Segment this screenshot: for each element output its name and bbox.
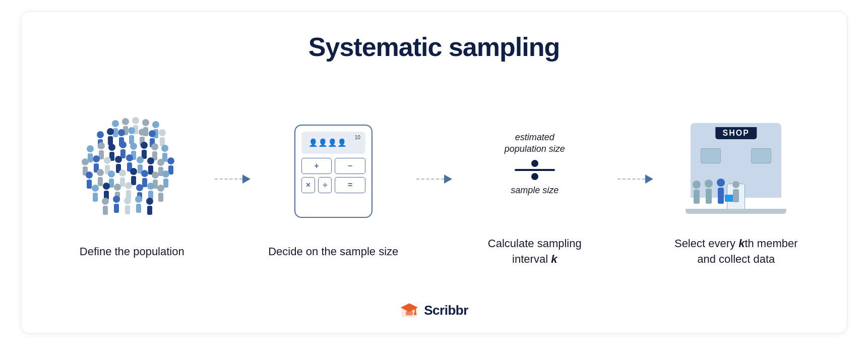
svg-point-4: [132, 117, 139, 124]
calc-btn-div: ÷: [318, 177, 332, 193]
svg-point-66: [130, 168, 137, 175]
svg-point-48: [126, 154, 133, 161]
calc-btn-minus: −: [335, 158, 365, 174]
svg-point-76: [103, 183, 110, 190]
step-select-icon: SHOP: [686, 103, 786, 224]
svg-point-56: [167, 157, 174, 164]
svg-rect-95: [136, 204, 141, 213]
svg-point-20: [149, 130, 156, 137]
svg-point-94: [135, 196, 142, 203]
svg-point-110: [414, 312, 416, 315]
svg-point-54: [157, 159, 164, 166]
arrowhead-1: [242, 175, 251, 184]
svg-rect-69: [142, 178, 147, 187]
svg-point-14: [118, 129, 125, 136]
svg-rect-99: [694, 190, 700, 204]
svg-point-78: [114, 184, 121, 191]
calc-display: 👤👤👤👤 10: [301, 132, 365, 154]
svg-point-96: [146, 198, 153, 205]
scribbr-brand-label: Scribbr: [424, 303, 468, 318]
step-sample-size: 👤👤👤👤 10 + − × ÷ =: [253, 111, 414, 260]
step-sample-size-label: Decide on the sample size: [268, 244, 398, 260]
svg-point-84: [147, 183, 154, 190]
svg-rect-103: [718, 188, 724, 204]
step-select: SHOP: [656, 103, 817, 267]
step-interval-label: Calculate sampling interval k: [469, 236, 600, 267]
svg-rect-87: [158, 193, 163, 202]
svg-point-28: [108, 144, 115, 151]
svg-point-100: [705, 180, 713, 188]
svg-rect-104: [725, 195, 734, 202]
shop-window-right: [751, 148, 771, 163]
svg-point-50: [137, 156, 144, 163]
step-interval-icon: estimatedpopulation size sample size: [505, 103, 565, 224]
shop-scene: SHOP: [686, 113, 786, 214]
svg-point-34: [141, 142, 148, 149]
arrow-3: [615, 119, 656, 240]
svg-point-42: [93, 155, 100, 162]
svg-point-64: [119, 169, 126, 177]
svg-point-18: [139, 129, 146, 136]
dashed-line-3: [617, 179, 645, 180]
shop-figures: [686, 169, 786, 210]
calc-btn-plus: +: [301, 158, 332, 174]
svg-point-70: [152, 171, 159, 179]
calc-btn-mult: ×: [301, 177, 315, 193]
formula-bottom-label: sample size: [511, 185, 559, 196]
shop-window-left: [701, 148, 721, 163]
svg-rect-73: [163, 179, 168, 188]
svg-point-6: [142, 119, 149, 126]
svg-point-72: [162, 170, 169, 178]
svg-point-98: [693, 181, 701, 189]
infographic-card: Systematic sampling: [21, 11, 847, 334]
svg-point-80: [125, 182, 132, 189]
calc-people: 👤👤👤👤: [308, 138, 347, 147]
step-population-label: Define the population: [80, 244, 184, 260]
shop-sign: SHOP: [716, 127, 757, 139]
svg-point-68: [141, 170, 148, 177]
step-interval: estimatedpopulation size sample size Cal…: [454, 103, 615, 267]
svg-rect-97: [147, 206, 152, 215]
svg-point-10: [97, 131, 104, 138]
step-sample-size-icon: 👤👤👤👤 10 + − × ÷ =: [294, 111, 373, 232]
arrow-1: [213, 119, 253, 240]
svg-point-90: [113, 196, 120, 203]
svg-rect-31: [120, 149, 126, 158]
svg-point-44: [104, 157, 111, 164]
svg-point-2: [122, 118, 129, 125]
footer: Scribbr: [400, 302, 468, 318]
calc-buttons: + − × ÷ =: [301, 158, 365, 193]
svg-point-102: [717, 179, 725, 187]
svg-point-36: [151, 143, 158, 150]
division-symbol: [515, 160, 555, 180]
svg-rect-111: [406, 311, 413, 316]
division-formula: estimatedpopulation size sample size: [505, 132, 565, 196]
svg-point-26: [98, 142, 105, 149]
calc-row-2: × ÷ =: [301, 177, 365, 193]
svg-point-30: [119, 141, 127, 148]
step-population-icon: [72, 111, 193, 232]
main-title: Systematic sampling: [308, 32, 560, 62]
division-bar: [515, 169, 555, 171]
division-dot-top: [531, 160, 538, 167]
calc-row-1: + −: [301, 158, 365, 174]
svg-rect-91: [114, 204, 119, 213]
svg-rect-106: [733, 189, 739, 202]
svg-point-16: [128, 127, 135, 134]
step-select-label: Select every kth member and collect data: [670, 236, 801, 267]
division-dot-bottom: [531, 173, 538, 180]
svg-point-32: [130, 143, 137, 150]
svg-rect-59: [87, 180, 92, 189]
svg-point-24: [87, 145, 94, 152]
step-population: Define the population: [51, 111, 213, 260]
svg-point-62: [108, 170, 115, 178]
svg-rect-93: [125, 205, 130, 214]
svg-point-86: [157, 185, 164, 192]
svg-point-12: [107, 128, 114, 135]
svg-point-60: [97, 169, 104, 176]
svg-rect-75: [93, 193, 98, 202]
svg-point-46: [115, 156, 122, 163]
steps-row: Define the population 👤👤👤👤 10: [51, 82, 817, 288]
svg-point-58: [86, 171, 93, 179]
svg-rect-101: [706, 189, 712, 204]
